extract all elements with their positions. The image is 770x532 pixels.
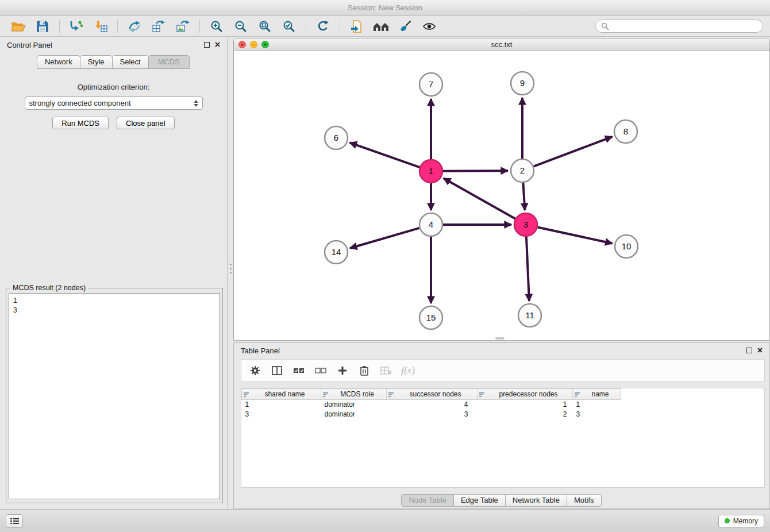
cell-shared_name[interactable]: 3: [242, 410, 321, 419]
close-table-panel-icon[interactable]: ×: [757, 348, 763, 353]
add-column-button[interactable]: [336, 363, 349, 378]
run-mcds-button[interactable]: Run MCDS: [52, 117, 109, 129]
maximize-window-icon[interactable]: +: [261, 41, 269, 48]
graph-node-15[interactable]: 15: [419, 306, 442, 329]
task-history-button[interactable]: [6, 514, 23, 528]
tab-style[interactable]: Style: [80, 55, 113, 69]
cell-predecessor_nodes[interactable]: 1: [478, 400, 573, 410]
memory-status-dot: [725, 518, 730, 523]
table-row[interactable]: 1dominator411: [242, 400, 765, 410]
graph-node-2[interactable]: 2: [511, 159, 534, 182]
graph-node-6[interactable]: 6: [325, 126, 348, 149]
cell-shared_name[interactable]: 1: [242, 400, 321, 410]
column-header-predecessor_nodes[interactable]: predecessor nodes: [478, 389, 573, 400]
criterion-dropdown[interactable]: strongly connected component: [25, 97, 203, 110]
graph-node-7[interactable]: 7: [419, 73, 442, 96]
function-builder-button-disabled: f(x): [401, 363, 415, 378]
tab-mcds[interactable]: MCDS: [148, 55, 190, 69]
search-input[interactable]: [613, 22, 757, 30]
zoom-selected-button[interactable]: [278, 18, 301, 35]
graph-edge-3-11[interactable]: [526, 237, 529, 301]
table-settings-button[interactable]: [248, 363, 262, 378]
panel-splitter-handle[interactable]: [229, 260, 232, 277]
cell-mcds_role[interactable]: dominator: [321, 410, 387, 419]
svg-text:1: 1: [429, 166, 433, 176]
float-panel-icon[interactable]: [204, 42, 210, 48]
dropdown-stepper-icon: [194, 100, 198, 107]
graph-edge-1-2[interactable]: [443, 171, 508, 171]
export-table-button[interactable]: [147, 18, 170, 35]
zoom-fit-button[interactable]: [253, 18, 276, 35]
gear-icon: [250, 365, 260, 376]
cell-predecessor_nodes[interactable]: 2: [478, 410, 573, 419]
columns-icon: [272, 366, 282, 375]
mcds-result-list[interactable]: 13: [9, 293, 220, 499]
close-panel-button[interactable]: Close panel: [117, 117, 175, 129]
export-image-button[interactable]: [171, 18, 194, 35]
graph-edge-2-8[interactable]: [534, 137, 613, 167]
graph-node-3[interactable]: 3: [514, 213, 537, 236]
cell-filler: [621, 400, 765, 410]
close-panel-icon[interactable]: ×: [215, 42, 220, 48]
graph-edge-3-1[interactable]: [444, 178, 515, 218]
copy-document-button[interactable]: [345, 18, 368, 35]
cell-name[interactable]: 1: [573, 400, 621, 410]
graph-edge-3-10[interactable]: [538, 227, 613, 243]
graph-node-14[interactable]: 14: [325, 241, 348, 264]
network-home-button[interactable]: [369, 18, 392, 35]
cell-name[interactable]: 3: [573, 410, 621, 419]
close-window-icon[interactable]: ×: [238, 41, 246, 48]
select-all-button[interactable]: [292, 363, 306, 378]
cell-successor_nodes[interactable]: 4: [387, 400, 478, 410]
column-header-shared_name[interactable]: shared name: [242, 389, 321, 400]
save-session-button[interactable]: [31, 18, 54, 35]
show-columns-button[interactable]: [270, 363, 284, 378]
network-graph[interactable]: 7968124314101511: [234, 51, 769, 341]
new-network-button[interactable]: [123, 18, 146, 35]
svg-text:3: 3: [523, 219, 528, 229]
graph-node-1[interactable]: 1: [419, 160, 442, 183]
cell-mcds_role[interactable]: dominator: [321, 400, 387, 410]
horizontal-scrollbar-nub[interactable]: [495, 337, 505, 340]
show-graphics-details-button[interactable]: [418, 18, 441, 35]
tab-node-table[interactable]: Node Table: [401, 494, 454, 507]
open-session-button[interactable]: [7, 18, 30, 35]
graph-edge-1-6[interactable]: [350, 142, 420, 167]
graph-edge-4-14[interactable]: [350, 228, 419, 248]
node-table[interactable]: shared nameMCDS rolesuccessor nodesprede…: [241, 388, 765, 488]
zoom-out-button[interactable]: [229, 18, 252, 35]
zoom-in-button[interactable]: [205, 18, 228, 35]
column-header-successor_nodes[interactable]: successor nodes: [387, 389, 478, 400]
graph-node-10[interactable]: 10: [615, 235, 638, 258]
memory-button[interactable]: Memory: [718, 515, 764, 527]
delete-column-button[interactable]: [357, 363, 371, 378]
search-box[interactable]: [595, 20, 763, 33]
tab-network[interactable]: Network: [37, 55, 80, 69]
float-table-panel-icon[interactable]: [746, 348, 752, 353]
graph-node-8[interactable]: 8: [614, 120, 637, 143]
unselect-all-button[interactable]: [314, 363, 328, 378]
minimize-window-icon[interactable]: −: [250, 41, 257, 48]
cell-successor_nodes[interactable]: 3: [387, 410, 478, 419]
tab-edge-table[interactable]: Edge Table: [453, 494, 506, 507]
tab-select[interactable]: Select: [112, 55, 149, 69]
column-header-mcds_role[interactable]: MCDS role: [321, 389, 387, 400]
delete-table-button-disabled: [379, 363, 393, 378]
graph-node-4[interactable]: 4: [419, 213, 442, 236]
import-network-button[interactable]: [65, 18, 88, 35]
graph-node-11[interactable]: 11: [518, 304, 541, 327]
control-panel-title: Control Panel: [7, 41, 52, 49]
refresh-view-button[interactable]: [311, 18, 334, 35]
tab-network-table[interactable]: Network Table: [505, 494, 567, 507]
import-table-button[interactable]: [89, 18, 112, 35]
apply-style-button[interactable]: [394, 18, 417, 35]
column-header-name[interactable]: name: [573, 389, 621, 400]
table-row[interactable]: 3dominator323: [242, 410, 765, 419]
criterion-dropdown-value: strongly connected component: [29, 99, 131, 107]
tab-motifs[interactable]: Motifs: [567, 494, 602, 507]
window-title: Session: New Session: [348, 3, 422, 12]
svg-text:15: 15: [426, 313, 436, 322]
graph-node-9[interactable]: 9: [511, 72, 534, 95]
network-canvas[interactable]: 7968124314101511: [234, 51, 769, 341]
graph-edge-2-3[interactable]: [523, 183, 525, 210]
